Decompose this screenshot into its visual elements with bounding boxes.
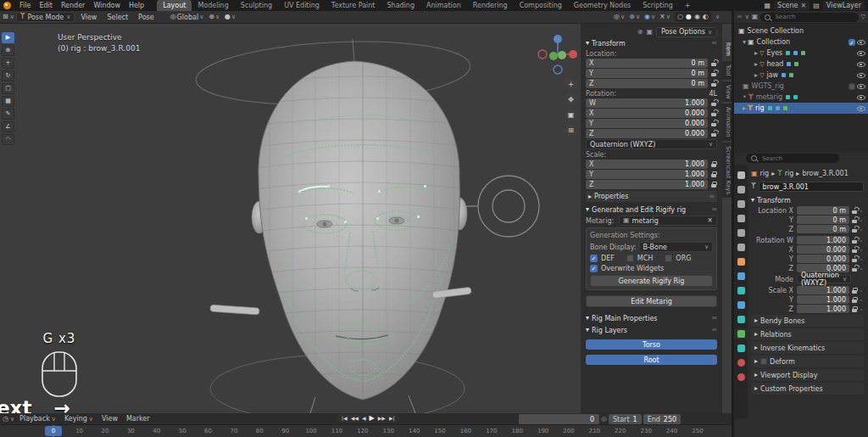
tab-view[interactable]: View [722,81,732,103]
def-checkbox[interactable] [590,255,598,262]
menu-pose[interactable]: Pose [134,14,159,21]
location-x-field[interactable]: X0 m [586,59,708,68]
proportional-edit-dropdown[interactable] [614,14,625,20]
rotation-lock-badge[interactable]: 4L [709,90,717,98]
bone-scale-z-field[interactable]: 1.000 [797,305,849,313]
rig-layers-header[interactable]: Rig Layers [586,324,717,336]
object-tab-icon[interactable] [737,258,745,266]
editor-type-icon[interactable] [3,14,8,20]
select-box-tool[interactable] [2,32,14,43]
clear-metarig-icon[interactable] [707,217,713,224]
workspace-tab-animation[interactable]: Animation [420,0,467,11]
rotation-mode-dropdown[interactable]: Quaternion (WXYZ) [586,139,717,149]
unlock-icon[interactable] [710,99,717,107]
outliner-row-metarig[interactable]: metarig [734,92,868,103]
jump-to-end-button[interactable] [389,416,395,421]
section-relations[interactable]: Relations [751,328,864,340]
bone-scale-y-field[interactable]: 1.000 [797,295,849,304]
current-frame-field[interactable]: 0 [519,414,599,424]
mode-dropdown[interactable]: Pose Mode [16,12,75,22]
menu-select[interactable]: Select [103,14,132,21]
location-z-field[interactable]: Z0 m [586,79,708,88]
breadcrumb-object[interactable]: rig [760,170,770,177]
lock-icon[interactable] [851,305,858,313]
bone-scale-x-field[interactable]: 1.000 [797,286,849,294]
chevron-down-icon[interactable] [745,14,749,20]
blender-logo-icon[interactable] [3,2,11,9]
lock-icon[interactable] [851,296,858,304]
modifiers-tab-icon[interactable] [737,272,745,280]
bone-location-z-field[interactable]: 0 m [797,225,849,233]
workspace-tab-compositing[interactable]: Compositing [514,0,568,11]
unlock-icon[interactable] [851,265,858,272]
tab-screencast-keys[interactable]: Screencast Keys [722,143,732,198]
expand-icon[interactable] [743,39,746,46]
section-custom-properties[interactable]: Custom Properties [751,383,864,395]
move-tool[interactable] [2,58,14,69]
workspace-tab-scripting[interactable]: Scripting [637,0,679,11]
lock-icon[interactable] [710,181,717,188]
lock-icon[interactable] [710,171,717,178]
properties-search-input[interactable] [760,154,835,163]
unlock-icon[interactable] [851,207,858,215]
snap-toggle[interactable] [225,14,236,20]
material-tab-icon[interactable] [737,359,745,367]
expand-icon[interactable] [754,50,758,57]
pan-hand-icon[interactable]: ✥ [565,93,577,106]
perspective-toggle-icon[interactable]: ⊞ [565,124,577,137]
panel-grip-icon[interactable] [711,315,717,322]
overlays-toggle[interactable] [644,14,655,20]
bone-transform-header[interactable]: Transform [751,194,864,206]
edit-metarig-button[interactable]: Edit Metarig [586,295,717,307]
solid-shading-icon[interactable] [686,14,692,20]
mch-checkbox[interactable] [626,255,634,262]
deform-checkbox[interactable] [760,358,767,365]
editor-divider[interactable] [732,11,734,437]
properties-panel-header[interactable]: Properties [586,191,717,202]
rig-main-properties-header[interactable]: Rig Main Properties [586,312,717,324]
viewport-canvas[interactable]: User Perspective (0) rig : brow_3.R.001 [0,24,732,413]
world-tab-icon[interactable] [737,244,745,251]
menu-marker[interactable]: Marker [123,415,153,423]
rotation-z-field[interactable]: Z0.000 [586,129,708,138]
lock-icon[interactable] [710,160,717,168]
tab-item[interactable]: Item [722,39,732,59]
pivot-point-dropdown[interactable] [209,14,220,20]
unlock-icon[interactable] [710,109,717,117]
gizmo-toggle[interactable] [629,14,640,20]
outliner-row-eyes[interactable]: Eyes [734,48,868,59]
unlock-icon[interactable] [851,255,858,263]
sidebar-options-icon[interactable] [646,29,653,36]
bone-constraint-tab-icon[interactable] [737,345,745,352]
playhead-current-frame[interactable]: 0 [45,426,62,436]
bone-name-field[interactable]: brow_3.R.001 [759,182,864,192]
tab-animation[interactable]: Animation [722,104,732,141]
previous-keyframe-button[interactable] [351,416,359,421]
scale-y-field[interactable]: Y1.000 [586,170,708,179]
hide-eye-icon[interactable] [857,60,865,68]
outliner-row-wgts-rig[interactable]: WGTS_rig [734,81,868,92]
workspace-tab-shading[interactable]: Shading [381,0,420,11]
hide-eye-icon[interactable] [857,104,865,112]
menu-view[interactable]: View [76,14,101,21]
unlock-icon[interactable] [710,59,717,67]
view-layer-selector[interactable]: ViewLayer [823,1,865,10]
org-checkbox[interactable] [665,255,672,262]
constraints-tab-icon[interactable] [737,316,745,323]
bone-rotation-y-field[interactable]: 0.000 [797,255,849,263]
hide-eye-icon[interactable] [857,38,865,46]
rendered-shading-icon[interactable] [703,14,709,20]
render-tab-icon[interactable] [737,186,745,193]
generate-rigify-rig-button[interactable]: Generate Rigify Rig [590,275,713,287]
sidebar-pin-icon[interactable] [637,29,643,36]
auto-keying-icon[interactable] [601,416,607,423]
end-frame-field[interactable]: End250 [643,414,681,424]
transform-orientation-dropdown[interactable]: Global [170,14,204,21]
unlock-icon[interactable] [851,226,858,233]
scale-tool[interactable] [2,83,14,94]
workspace-tab-modeling[interactable]: Modeling [192,0,234,11]
play-reverse-button[interactable] [362,416,366,421]
unlock-icon[interactable] [710,130,717,137]
workspace-tab-sculpting[interactable]: Sculpting [235,0,278,11]
workspace-tab-geometry-nodes[interactable]: Geometry Nodes [568,0,637,11]
